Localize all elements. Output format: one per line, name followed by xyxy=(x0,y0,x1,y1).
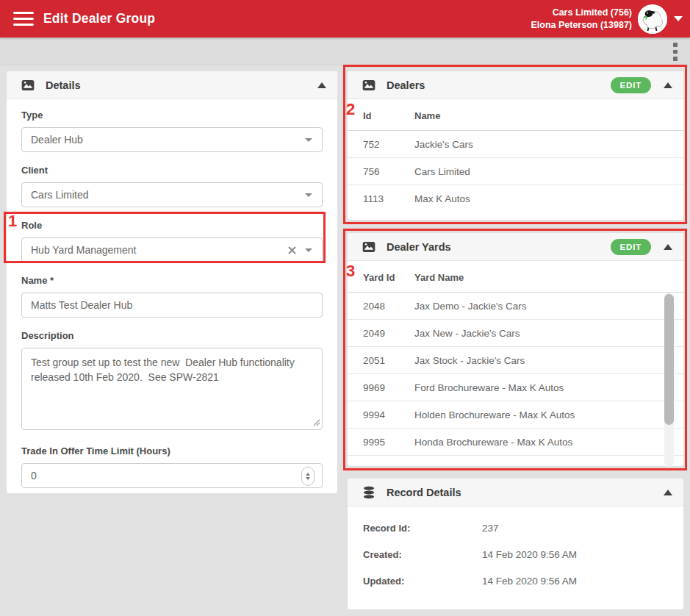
record-details-panel: Record Details Record Id: 237 Created: 1… xyxy=(347,478,684,610)
type-select[interactable]: Dealer Hub xyxy=(21,127,323,152)
dealer-yards-table-header: Yard Id Yard Name xyxy=(348,261,683,293)
updated-label: Updated: xyxy=(363,576,482,587)
dealer-name: Max K Autos xyxy=(414,193,669,204)
collapse-icon[interactable] xyxy=(664,82,672,88)
yard-name: Honda Brochureware - Max K Autos xyxy=(414,437,669,448)
yard-id: 9995 xyxy=(363,437,414,448)
chevron-down-icon[interactable] xyxy=(305,138,312,142)
table-row: 9994 Holden Brochureware - Max K Autos xyxy=(348,401,683,429)
yards-col-name: Yard Name xyxy=(414,272,669,283)
type-label: Type xyxy=(21,110,323,121)
chevron-down-icon[interactable] xyxy=(305,248,312,252)
dealer-yards-edit-button[interactable]: EDIT xyxy=(611,239,651,255)
description-textarea[interactable]: Test group set up to test the new Dealer… xyxy=(21,348,323,430)
kebab-menu-icon[interactable] xyxy=(673,43,678,64)
dealer-name: Jackie's Cars xyxy=(414,139,669,150)
dealers-table-header: Id Name xyxy=(348,99,683,131)
dealer-yards-panel: Dealer Yards EDIT Yard Id Yard Name 2048… xyxy=(347,232,684,467)
updated-row: Updated: 14 Feb 2020 9:56 AM xyxy=(363,567,669,594)
trade-in-wrap xyxy=(21,463,323,488)
created-label: Created: xyxy=(363,549,482,560)
hamburger-menu-icon[interactable] xyxy=(13,12,34,26)
table-row: 2049 Jax New - Jackie's Cars xyxy=(348,320,683,347)
record-id-value: 237 xyxy=(482,523,499,534)
type-select-value: Dealer Hub xyxy=(22,134,305,146)
image-icon xyxy=(21,78,35,93)
clear-icon[interactable] xyxy=(288,246,296,254)
details-panel: Details Type Dealer Hub Client Cars Limi… xyxy=(6,71,338,494)
yard-name: Jax Stock - Jackie's Cars xyxy=(414,355,669,366)
dealer-yards-panel-title: Dealer Yards xyxy=(387,241,451,253)
table-row: 1113 Max K Autos xyxy=(348,185,683,212)
name-label: Name * xyxy=(21,275,323,286)
record-details-panel-title: Record Details xyxy=(387,487,461,498)
collapse-icon[interactable] xyxy=(664,490,672,495)
stepper-down-icon[interactable] xyxy=(306,477,310,480)
yard-id: 2049 xyxy=(363,328,414,339)
client-select[interactable]: Cars Limited xyxy=(21,182,323,207)
dealer-yards-list: 2048 Jax Demo - Jackie's Cars 2049 Jax N… xyxy=(348,293,683,467)
yard-name: Jax Demo - Jackie's Cars xyxy=(414,301,669,312)
details-form: Type Dealer Hub Client Cars Limited Role… xyxy=(7,99,337,488)
client-select-value: Cars Limited xyxy=(22,189,305,201)
details-panel-header: Details xyxy=(7,71,337,99)
yard-name: Jax New - Jackie's Cars xyxy=(414,328,669,339)
stepper-up-icon[interactable] xyxy=(306,473,310,476)
client-field-group: Client Cars Limited xyxy=(21,165,323,207)
role-select-value: Hub Yard Management xyxy=(22,244,288,256)
account-menu-caret-icon[interactable] xyxy=(674,16,683,21)
dealer-yards-panel-header: Dealer Yards EDIT xyxy=(348,233,683,261)
dealers-edit-button[interactable]: EDIT xyxy=(611,77,651,93)
dealer-name: Cars Limited xyxy=(414,166,669,177)
dealer-id: 752 xyxy=(363,139,414,150)
collapse-icon[interactable] xyxy=(664,244,672,250)
scrollbar-thumb[interactable] xyxy=(664,294,674,425)
image-icon xyxy=(362,78,376,93)
description-label: Description xyxy=(21,330,323,341)
created-value: 14 Feb 2020 9:56 AM xyxy=(482,549,577,560)
table-row: 2048 Jax Demo - Jackie's Cars xyxy=(348,293,683,320)
table-row: 9995 Honda Brochureware - Max K Autos xyxy=(348,429,683,456)
account-info: Cars Limited (756) Elona Peterson (13987… xyxy=(531,7,632,32)
yard-name: Holden Brochureware - Max K Autos xyxy=(414,409,669,420)
dealer-id: 1113 xyxy=(363,193,414,204)
scrollbar-track[interactable] xyxy=(664,293,674,467)
client-label: Client xyxy=(21,165,323,176)
trade-in-label: Trade In Offer Time Limit (Hours) xyxy=(21,445,323,456)
description-field-group: Description Test group set up to test th… xyxy=(21,330,323,433)
dealers-panel-header: Dealers EDIT xyxy=(348,71,683,99)
record-id-row: Record Id: 237 xyxy=(363,515,669,541)
chevron-down-icon[interactable] xyxy=(305,193,312,197)
database-icon xyxy=(362,485,376,500)
record-details-panel-header: Record Details xyxy=(348,479,683,506)
yard-name: Ford Brochureware - Max K Autos xyxy=(414,382,669,393)
dealers-panel: Dealers EDIT Id Name 752 Jackie's Cars 7… xyxy=(347,71,684,221)
account-area: Cars Limited (756) Elona Peterson (13987… xyxy=(531,4,683,34)
name-input[interactable] xyxy=(22,293,322,317)
dealer-id: 756 xyxy=(363,166,414,177)
record-id-label: Record Id: xyxy=(363,523,482,534)
role-select[interactable]: Hub Yard Management xyxy=(21,237,323,262)
role-label: Role xyxy=(21,220,323,231)
trade-in-field-group: Trade In Offer Time Limit (Hours) xyxy=(21,445,323,488)
collapse-icon[interactable] xyxy=(317,82,326,88)
record-details-body: Record Id: 237 Created: 14 Feb 2020 9:56… xyxy=(348,506,683,594)
yard-id: 9994 xyxy=(363,409,414,420)
app-bar: Edit Dealer Group Cars Limited (756) Elo… xyxy=(0,0,690,37)
trade-in-input[interactable] xyxy=(22,464,322,487)
account-client: Cars Limited (756) xyxy=(531,7,632,19)
page-title: Edit Dealer Group xyxy=(43,11,155,26)
yard-id: 2048 xyxy=(363,301,414,312)
page: Edit Dealer Group Cars Limited (756) Elo… xyxy=(0,0,690,616)
yards-col-id: Yard Id xyxy=(363,272,414,283)
name-field-wrap xyxy=(21,293,323,318)
number-stepper[interactable] xyxy=(301,467,315,486)
role-field-group: Role Hub Yard Management xyxy=(21,220,323,262)
type-field-group: Type Dealer Hub xyxy=(21,110,323,152)
secondary-toolbar xyxy=(0,37,690,65)
image-icon xyxy=(362,240,376,254)
table-row: 756 Cars Limited xyxy=(348,158,683,185)
avatar[interactable] xyxy=(638,4,667,34)
description-wrap: Test group set up to test the new Dealer… xyxy=(21,348,323,433)
name-field-group: Name * xyxy=(21,275,323,318)
